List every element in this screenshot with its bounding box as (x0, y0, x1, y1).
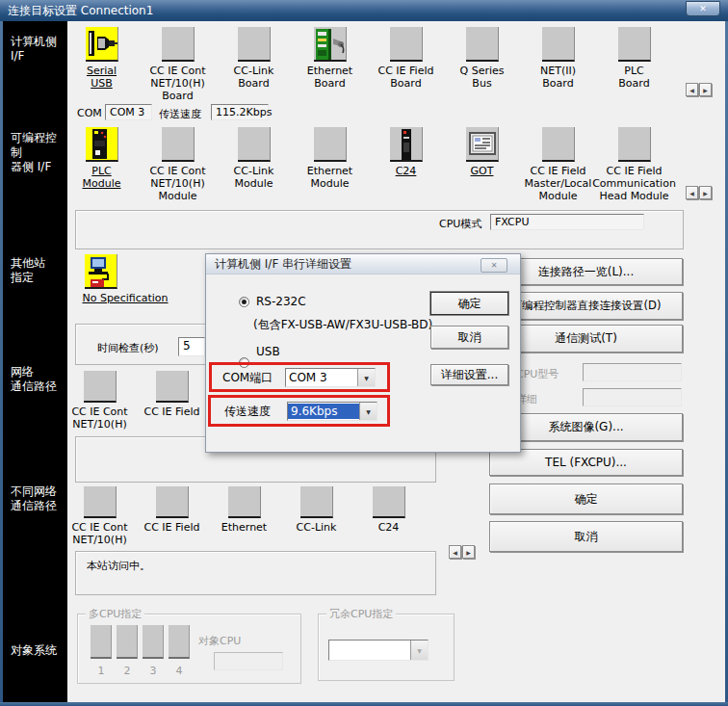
palette-label: CC-Link (297, 521, 337, 534)
dropdown-icon: ▼ (410, 641, 428, 660)
ok-button[interactable]: 确定 (489, 484, 683, 514)
time-check-input[interactable]: 5 (178, 337, 205, 356)
plc-if-cc-ie-field-head[interactable]: CC IE Field Communication Head Module (596, 127, 672, 202)
cc-ie-field-board-icon (390, 27, 423, 62)
diffnet-c24[interactable]: C24 (352, 486, 425, 546)
button-label: 连接路径一览(L)... (538, 264, 635, 280)
pc-if-scroll-right-button[interactable]: ▶ (699, 83, 712, 96)
frame-bottom (0, 702, 728, 706)
diffnet-cc-link[interactable]: CC-Link (280, 486, 352, 546)
palette-label: PLC Board (618, 65, 649, 90)
baud-label: 传送速度 (159, 107, 201, 121)
tel-fxcpu-button[interactable]: TEL (FXCPU)... (489, 449, 683, 476)
pc-if-cc-ie-field-board[interactable]: CC IE Field Board (368, 27, 444, 102)
cancel-button[interactable]: 取消 (489, 521, 683, 552)
com-value-field: COM 3 (105, 104, 152, 120)
arrow-left-icon: ◀ (689, 190, 694, 196)
dialog-cancel-button[interactable]: 取消 (430, 326, 508, 349)
other-station-no-specification[interactable]: No Specification (77, 254, 173, 304)
plc-if-cc-ie-cont-module[interactable]: CC IE Cont NET/10(H) Module (140, 127, 216, 202)
sidebar-item-plc-if: 可编程控制 器侧 I/F (11, 131, 67, 174)
palette-label: CC-Link Module (234, 165, 274, 190)
plc-if-scroll-right-button[interactable]: ▶ (699, 186, 712, 199)
diffnet-scroll-right-button[interactable]: ▶ (462, 545, 475, 559)
pc-if-scroll-left-button[interactable]: ◀ (686, 83, 698, 96)
pc-if-palette: Serial USB CC IE Cont NET/10(H) Board CC… (64, 27, 672, 102)
button-label: TEL (FXCPU)... (545, 456, 627, 469)
cc-ie-field-icon (156, 486, 189, 518)
palette-label: CC IE Cont NET/10(H) (71, 521, 127, 546)
rs232c-radio[interactable] (239, 297, 249, 307)
dialog-title: 计算机侧 I/F 串行详细设置 (215, 256, 351, 273)
redundant-cpu-title: 冗余CPU指定 (326, 607, 396, 621)
diffnet-cc-ie-field[interactable]: CC IE Field (136, 486, 208, 546)
cpu1-button (91, 625, 112, 659)
pc-if-net2-board[interactable]: NET(II) Board (520, 27, 596, 102)
cc-ie-cont-board-icon (162, 27, 195, 62)
cpu1-number: 1 (91, 665, 112, 677)
serial-detail-dialog: 计算机侧 I/F 串行详细设置 ✕ RS-232C (包含FX-USB-AW/F… (205, 253, 521, 453)
pc-if-cc-ie-cont-board[interactable]: CC IE Cont NET/10(H) Board (140, 27, 216, 102)
transfer-setup-window: 连接目标设置 Connection1 ✕ 计算机侧 I/F 可编程控制 器侧 I… (0, 0, 728, 706)
baud-value-field: 115.2Kbps (211, 104, 269, 120)
sidebar: 计算机侧 I/F 可编程控制 器侧 I/F 其他站 指定 网络 通信路径 不同网… (3, 21, 67, 702)
cc-ie-cont-net-icon (84, 486, 117, 518)
palette-label: Ethernet Board (307, 65, 352, 90)
com-port-highlight (209, 362, 390, 392)
button-label: 确定 (575, 491, 598, 508)
plc-if-got[interactable]: GOT (444, 127, 520, 202)
palette-label: NET(II) Board (540, 65, 576, 90)
time-check-label: 时间检查(秒) (97, 341, 159, 355)
pc-if-q-series-bus[interactable]: Q Series Bus (444, 27, 520, 102)
q-series-bus-icon (466, 27, 499, 62)
target-cpu-label: 对象CPU (198, 634, 241, 648)
pc-if-plc-board[interactable]: PLC Board (596, 27, 672, 102)
pc-if-serial-usb[interactable]: Serial USB (64, 27, 140, 102)
multi-cpu-group: 多CPU指定 1 2 3 4 对象CPU (77, 614, 301, 684)
cpu4-button (169, 625, 190, 659)
title-bar: 连接目标设置 Connection1 (0, 0, 728, 21)
dialog-detail-setting-button[interactable]: 详细设置... (430, 364, 508, 385)
cpu-model-field (583, 363, 682, 381)
palette-label: Ethernet (221, 521, 267, 534)
palette-label: CC IE Field Master/Local Module (525, 165, 592, 202)
redundant-cpu-value (329, 649, 410, 651)
plc-if-palette: PLC Module CC IE Cont NET/10(H) Module C… (64, 127, 672, 202)
palette-label: CC IE Cont NET/10(H) (71, 405, 127, 431)
palette-label: Ethernet Module (307, 165, 352, 190)
network-cc-ie-field[interactable]: CC IE Field (136, 371, 208, 431)
plc-if-plc-module[interactable]: PLC Module (64, 127, 140, 202)
diffnet-ethernet[interactable]: Ethernet (208, 486, 280, 546)
plc-if-cc-link-module[interactable]: CC-Link Module (216, 127, 292, 202)
cpu-mode-value-field: FXCPU (490, 214, 644, 230)
detail-field (583, 388, 682, 406)
ethernet-board-icon (314, 27, 347, 62)
plc-if-ethernet-module[interactable]: Ethernet Module (292, 127, 368, 202)
sidebar-item-diff-network-route: 不同网络 通信路径 (11, 484, 57, 513)
access-status-box: 本站访问中。 (75, 551, 436, 595)
sidebar-item-other-station: 其他站 指定 (11, 256, 45, 285)
button-label: 取消 (458, 329, 481, 346)
dialog-close-button[interactable]: ✕ (481, 258, 507, 273)
palette-label: CC IE Cont NET/10(H) Module (149, 165, 205, 202)
arrow-left-icon: ◀ (453, 549, 457, 556)
cc-ie-cont-module-icon (162, 127, 195, 162)
pc-if-cc-link-board[interactable]: CC-Link Board (216, 27, 292, 102)
diffnet-cc-ie-cont[interactable]: CC IE Cont NET/10(H) (64, 486, 136, 546)
plc-if-c24[interactable]: C24 (368, 127, 444, 202)
cc-ie-cont-net-icon (84, 371, 117, 403)
plc-module-icon (86, 127, 118, 162)
pc-if-ethernet-board[interactable]: Ethernet Board (292, 27, 368, 102)
rs232c-radio-label: RS-232C (256, 295, 306, 308)
palette-label: CC IE Field Communication Head Module (592, 165, 676, 202)
plc-if-scroll-left-button[interactable]: ◀ (686, 186, 698, 199)
diffnet-scroll-left-button[interactable]: ◀ (449, 545, 461, 559)
cpu-model-label: CPU型号 (516, 367, 559, 381)
plc-if-cc-ie-field-master-local[interactable]: CC IE Field Master/Local Module (520, 127, 596, 202)
palette-label: CC-Link Board (234, 65, 274, 90)
access-status-text: 本站访问中。 (87, 559, 150, 573)
network-cc-ie-cont[interactable]: CC IE Cont NET/10(H) (64, 371, 136, 431)
cpu3-button (143, 625, 164, 659)
dialog-ok-button[interactable]: 确定 (430, 292, 508, 315)
window-close-button[interactable]: ✕ (686, 1, 720, 16)
